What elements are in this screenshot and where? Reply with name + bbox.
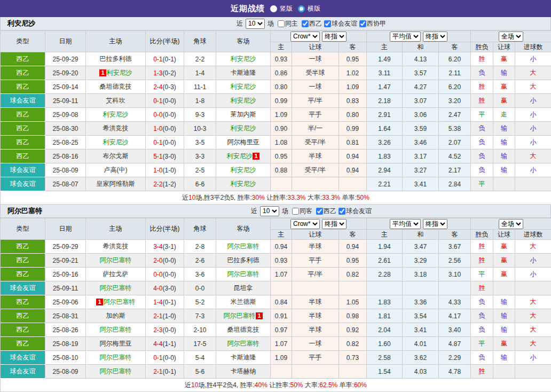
team-name[interactable]: 阿尔巴塞特: [223, 312, 255, 319]
fulltime-score: 3-4: [153, 243, 162, 250]
league-filter[interactable]: 西乙: [300, 19, 322, 28]
same-venue-filter[interactable]: 同客: [290, 207, 312, 216]
summary-text: 60%: [354, 381, 367, 389]
radio-option-horizontal[interactable]: 横版: [298, 4, 320, 13]
radio-checked-icon[interactable]: [298, 5, 305, 12]
team-name[interactable]: 阿尔梅里亚: [100, 340, 132, 347]
team-name[interactable]: 利安尼沙: [107, 69, 132, 76]
team-name[interactable]: 利安尼沙: [231, 166, 256, 174]
team-name[interactable]: 利安尼沙: [231, 97, 256, 104]
avg-home: 2.61: [367, 254, 403, 268]
corner-score: 6-6: [184, 177, 216, 191]
same-venue-checkbox[interactable]: [278, 20, 285, 27]
team-name[interactable]: 卡塔赫纳: [231, 367, 256, 375]
team-name[interactable]: 桑坦德竞技: [227, 326, 259, 333]
team-name[interactable]: 利安尼沙: [231, 55, 256, 62]
team-name[interactable]: 阿尔巴塞特: [100, 326, 132, 333]
avg-time-select[interactable]: 终指: [423, 219, 447, 229]
team-name[interactable]: 阿尔梅里亚: [227, 138, 259, 146]
scope-select[interactable]: 全场: [499, 219, 523, 229]
recent-count-select[interactable]: 10: [260, 206, 279, 216]
recent-count-select[interactable]: 10: [246, 19, 265, 29]
match-date: 25-09-20: [45, 66, 86, 80]
team-name[interactable]: 布尔戈斯: [103, 152, 129, 160]
home-team: 阿尔巴塞特: [86, 323, 146, 337]
avg-away: 2.11: [439, 66, 471, 80]
summary-text: 50%: [290, 381, 303, 389]
league-checkbox[interactable]: [339, 208, 345, 215]
summary-text: 50%: [357, 194, 369, 201]
home-team: 利安尼沙: [86, 136, 146, 150]
odds-handicap: [292, 281, 339, 295]
result-outcome: 负: [471, 163, 493, 177]
bookmaker-select[interactable]: Crow*: [290, 32, 320, 42]
team-name[interactable]: 阿尔巴塞特: [100, 367, 132, 375]
team-name[interactable]: 阿尔巴塞特: [100, 284, 132, 292]
league-checkbox[interactable]: [316, 208, 323, 215]
team-name[interactable]: 米兰德斯: [231, 298, 256, 305]
avg-home: 2.18: [367, 94, 403, 108]
summary-text: 10: [188, 194, 195, 201]
odds-home: 0.90: [271, 122, 292, 136]
radio-unchecked-icon[interactable]: [270, 5, 277, 12]
bookmaker-select[interactable]: Crow*: [290, 219, 320, 229]
team-name[interactable]: 希洪竞技: [103, 242, 129, 250]
team-name[interactable]: 皇家阿维勒斯: [97, 180, 135, 187]
scope-select[interactable]: 全场: [499, 32, 523, 42]
league-filter[interactable]: 西乙: [314, 207, 336, 216]
team-name[interactable]: 卢高(中): [104, 166, 128, 174]
team-name[interactable]: 萨拉戈萨: [103, 270, 129, 278]
summary-text: 大率:: [306, 194, 322, 201]
team-name[interactable]: 利安尼沙: [231, 124, 256, 132]
team-name[interactable]: 阿尔巴塞特: [104, 298, 136, 305]
team-name[interactable]: 艾科坎: [106, 97, 125, 104]
league-checkbox[interactable]: [359, 20, 366, 27]
result-outcome: 胜: [471, 52, 493, 66]
avg-away: 2.29: [439, 351, 471, 365]
team-name[interactable]: 桑坦德竞技: [100, 83, 132, 90]
team-name[interactable]: 阿尔巴塞特: [227, 340, 259, 347]
team-name[interactable]: 卡斯迪隆: [231, 354, 256, 361]
team-name[interactable]: 利安尼沙: [231, 83, 256, 90]
average-select[interactable]: 平均值: [390, 219, 421, 229]
team-name[interactable]: 加的斯: [106, 312, 125, 319]
avg-draw: 3.18: [403, 268, 439, 281]
team-name[interactable]: 阿尔巴塞特: [100, 354, 132, 361]
league-filter[interactable]: 球会友谊: [336, 207, 372, 216]
team-name[interactable]: 利安尼沙: [103, 111, 129, 118]
type-badge: 球会友谊: [1, 94, 45, 108]
avg-home: 3.11: [367, 66, 403, 80]
radio-option-vertical[interactable]: 竖版: [270, 4, 293, 13]
table-row: 西乙25-08-16布尔戈斯5-1(3-0)3-3利安尼沙10.95半球0.94…: [1, 150, 551, 163]
team-name[interactable]: 昆坦拿: [234, 284, 253, 292]
team-name[interactable]: 利安尼沙: [103, 138, 129, 146]
team-name[interactable]: 希洪竞技: [103, 124, 129, 132]
fulltime-score: 2-1: [153, 312, 162, 320]
odds-time-select[interactable]: 终指: [322, 219, 347, 229]
odds-time-select[interactable]: 终指: [322, 32, 347, 42]
league-filter[interactable]: 西协甲: [357, 19, 386, 28]
average-select[interactable]: 平均值: [390, 32, 421, 42]
same-venue-checkbox[interactable]: [292, 208, 299, 215]
league-checkbox[interactable]: [302, 20, 309, 27]
result-goals: 小: [515, 94, 551, 108]
team-name[interactable]: 阿尔巴塞特: [100, 256, 132, 264]
team-name[interactable]: 利安尼沙: [231, 180, 256, 187]
team-name[interactable]: 阿尔巴塞特: [227, 270, 259, 278]
team-name[interactable]: 巴拉多利德: [227, 256, 259, 264]
league-checkbox[interactable]: [324, 20, 331, 27]
avg-draw: 3.29: [403, 254, 439, 268]
league-filter[interactable]: 球会友谊: [322, 19, 357, 28]
score: 4-0(3-0): [146, 281, 184, 295]
team-name[interactable]: 阿尔巴塞特: [227, 242, 259, 250]
team-name[interactable]: 利安尼沙: [226, 152, 252, 160]
team-name[interactable]: 卡斯迪隆: [231, 69, 256, 76]
table-row: 西乙25-09-29希洪竞技3-4(3-1)2-8阿尔巴塞特0.94半球0.94…: [1, 240, 551, 254]
team-name[interactable]: 巴拉多利德: [100, 55, 132, 62]
result-outcome: 负: [471, 351, 493, 365]
league-label: 球会友谊: [332, 19, 357, 28]
avg-time-select[interactable]: 终指: [423, 32, 447, 42]
same-venue-filter[interactable]: 同主: [276, 19, 298, 28]
team-name[interactable]: 莱加内斯: [231, 111, 256, 118]
result-outcome: 负: [471, 309, 493, 323]
